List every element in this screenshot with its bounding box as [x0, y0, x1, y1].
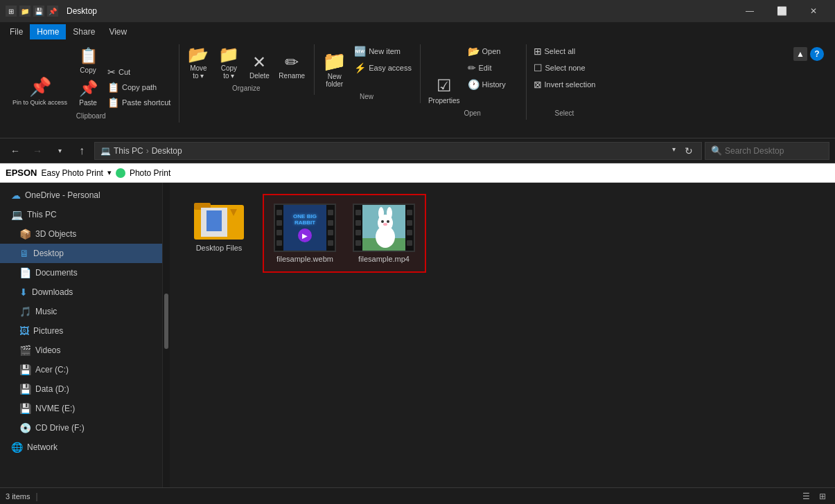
nav-bar: ← → ▾ ↑ 💻 This PC › Desktop ▾ ↻ 🔍: [0, 138, 835, 163]
film-hole: [407, 240, 412, 246]
address-bar[interactable]: 💻 This PC › Desktop ▾ ↻: [94, 142, 702, 160]
select-label: Select: [531, 108, 599, 120]
file-item-mp4[interactable]: filesample.mp4: [346, 198, 422, 269]
paste-button[interactable]: 📌 Paste: [73, 77, 103, 109]
cut-button[interactable]: ✂ Cut: [105, 65, 173, 79]
delete-button[interactable]: ✕ Delete: [245, 52, 274, 82]
file-label-mp4: filesample.mp4: [358, 255, 410, 263]
copy-icon: 📋: [79, 47, 98, 65]
status-separator: |: [35, 492, 37, 501]
search-input[interactable]: [725, 146, 823, 156]
sidebar-item-network[interactable]: 🌐 Network: [0, 438, 162, 457]
epson-photo-print: Photo Print: [130, 168, 170, 178]
close-button[interactable]: ✕: [798, 0, 829, 22]
menu-bar: File Home Share View: [0, 22, 835, 42]
sidebar-scrollbar-thumb[interactable]: [164, 294, 168, 349]
title-bar: ⊞ 📁 💾 📌 Desktop — ⬜ ✕: [0, 0, 835, 22]
select-items: ⊞ Select all ☐ Select none ⊠ Invert sele…: [531, 44, 599, 107]
open-button[interactable]: 📂 Open: [465, 44, 520, 58]
film-hole: [328, 220, 333, 226]
save-icon-btn[interactable]: 💾: [33, 6, 44, 17]
forward-button[interactable]: →: [28, 141, 47, 161]
view-icons: ☰ ⊞: [799, 489, 829, 503]
edit-button[interactable]: ✏ Edit: [465, 61, 520, 75]
sidebar-item-3d-objects[interactable]: 📦 3D Objects: [0, 224, 162, 244]
file-item-webm[interactable]: ONE BIG RABBIT ▶ filesample.webm: [267, 198, 343, 269]
grid-view-button[interactable]: ⊞: [816, 489, 829, 503]
copy-button[interactable]: 📋 Copy: [73, 44, 103, 77]
history-button[interactable]: 🕐 History: [465, 78, 520, 91]
refresh-button[interactable]: ↻: [682, 144, 696, 158]
invert-selection-button[interactable]: ⊠ Invert selection: [531, 78, 599, 91]
rename-button[interactable]: ✏ Rename: [275, 52, 308, 82]
collapse-ribbon-button[interactable]: ▲: [793, 47, 807, 61]
file-content-area[interactable]: Desktop Files: [170, 183, 835, 487]
sidebar-item-acer-c[interactable]: 💾 Acer (C:): [0, 360, 162, 379]
file-item-desktop-files[interactable]: Desktop Files: [181, 194, 257, 273]
sidebar-item-onedrive[interactable]: ☁ OneDrive - Personal: [0, 186, 162, 205]
select-all-button[interactable]: ⊞ Select all: [531, 44, 599, 58]
invert-icon: ⊠: [534, 79, 542, 90]
list-view-button[interactable]: ☰: [799, 489, 813, 503]
new-folder-button[interactable]: 📁 Newfolder: [319, 50, 350, 90]
selection-box: ONE BIG RABBIT ▶ filesample.webm: [263, 194, 426, 273]
desktop-icon: 🖥: [19, 248, 29, 259]
sidebar-item-nvme-e[interactable]: 💾 NVME (E:): [0, 399, 162, 418]
sidebar-item-documents[interactable]: 📄 Documents: [0, 263, 162, 282]
sidebar: ☁ OneDrive - Personal 💻 This PC 📦 3D Obj…: [0, 183, 163, 487]
paste-shortcut-button[interactable]: 📋 Paste shortcut: [105, 96, 173, 109]
sidebar-item-pictures[interactable]: 🖼 Pictures: [0, 321, 162, 341]
help-button[interactable]: ?: [810, 47, 824, 61]
up-button[interactable]: ↑: [72, 141, 91, 161]
properties-button[interactable]: ☑ Properties: [425, 74, 464, 107]
sidebar-item-videos[interactable]: 🎬 Videos: [0, 341, 162, 360]
film-hole: [407, 220, 412, 226]
svg-point-13: [387, 220, 389, 223]
copy-to-button[interactable]: 📁 Copyto ▾: [214, 44, 243, 82]
film-strip-right-mp4: [405, 205, 414, 251]
film-hole: [355, 210, 361, 215]
drive-d-icon: 💾: [19, 384, 31, 395]
film-hole: [328, 210, 333, 215]
film-hole: [276, 240, 282, 246]
epson-dropdown-arrow[interactable]: ▾: [107, 168, 112, 177]
film-hole: [355, 240, 361, 246]
film-hole: [355, 220, 361, 226]
maximize-button[interactable]: ⬜: [766, 0, 798, 22]
menu-share[interactable]: Share: [66, 24, 102, 39]
menu-file[interactable]: File: [3, 24, 30, 39]
sidebar-item-data-d[interactable]: 💾 Data (D:): [0, 379, 162, 399]
easy-access-button[interactable]: ⚡ Easy access: [351, 61, 414, 75]
sidebar-item-downloads[interactable]: ⬇ Downloads: [0, 282, 162, 302]
new-item-icon: 🆕: [354, 46, 366, 57]
file-label-desktop-files: Desktop Files: [196, 244, 243, 252]
sidebar-item-cd-drive-f[interactable]: 💿 CD Drive (F:): [0, 418, 162, 438]
epson-product: Easy Photo Print: [42, 168, 103, 178]
move-to-button[interactable]: 📂 Moveto ▾: [184, 44, 213, 82]
folder-icon-btn[interactable]: 📁: [19, 6, 30, 17]
menu-view[interactable]: View: [102, 24, 134, 39]
sidebar-item-music[interactable]: 🎵 Music: [0, 302, 162, 321]
sidebar-item-this-pc[interactable]: 💻 This PC: [0, 205, 162, 224]
svg-point-10: [378, 207, 384, 219]
ribbon-new-group: 📁 Newfolder 🆕 New item ⚡ Easy access New: [316, 44, 421, 103]
address-dropdown-button[interactable]: ▾: [668, 144, 679, 155]
webm-title: ONE BIG RABBIT: [282, 213, 328, 226]
copy-path-button[interactable]: 📋 Copy path: [105, 80, 173, 94]
minimize-button[interactable]: —: [734, 0, 766, 22]
sidebar-item-desktop[interactable]: 🖥 Desktop: [0, 244, 162, 263]
pin-quick-access-button[interactable]: 📌 Pin to Quick access: [8, 73, 71, 109]
new-item-button[interactable]: 🆕 New item: [351, 44, 414, 58]
search-icon: 🔍: [711, 145, 722, 156]
webm-thumbnail: ONE BIG RABBIT ▶: [274, 204, 336, 252]
open-items: 📂 Open ✏ Edit 🕐 History: [465, 44, 520, 107]
breadcrumb-sep-1: ›: [146, 146, 149, 156]
pin-icon-btn[interactable]: 📌: [47, 6, 58, 17]
menu-home[interactable]: Home: [30, 24, 66, 39]
back-button[interactable]: ←: [6, 141, 25, 161]
open-label: Open: [425, 108, 520, 120]
select-none-button[interactable]: ☐ Select none: [531, 61, 599, 75]
pin-icon: 📌: [29, 76, 51, 98]
recent-locations-button[interactable]: ▾: [50, 141, 69, 161]
help-area: ▲ ?: [788, 44, 829, 64]
